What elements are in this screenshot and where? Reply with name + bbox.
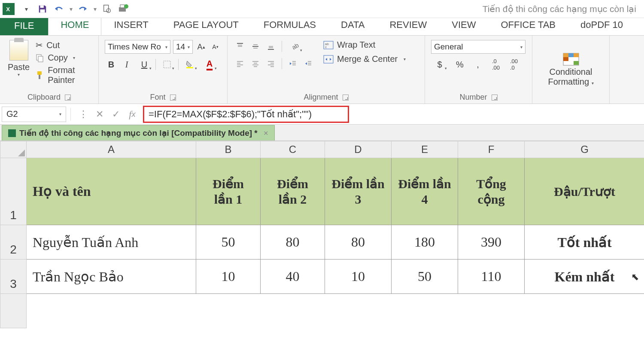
align-left-icon[interactable] [234,57,246,70]
merge-center-button[interactable]: Merge & Center▾ [323,54,406,64]
italic-button[interactable]: I [120,58,133,71]
cell[interactable]: Tốt nhất [525,225,644,260]
cell[interactable]: Nguyễn Tuấn Anh [27,225,196,260]
align-middle-icon[interactable] [249,40,262,53]
col-header-g[interactable]: G [525,141,644,158]
font-dialog-launcher[interactable] [170,95,176,101]
orientation-icon[interactable]: ab [286,40,304,53]
conditional-formatting-icon [562,52,580,67]
accounting-format-icon[interactable]: $ [431,58,448,71]
increase-indent-icon[interactable] [302,57,315,70]
tab-page-layout[interactable]: PAGE LAYOUT [161,15,251,35]
document-tab[interactable]: Tiến độ thi công các hạng mục còn lại [C… [2,125,275,140]
cell[interactable]: 180 [392,225,458,260]
row-header-3[interactable]: 3 [0,260,27,294]
save-icon[interactable] [35,2,50,16]
font-size-combo[interactable]: 14▾ [173,40,193,54]
tab-data[interactable]: DATA [328,15,377,35]
col-header-a[interactable]: A [27,141,196,158]
header-cell[interactable]: Điểm lần 4 [392,158,458,225]
borders-button[interactable] [158,58,176,71]
alignment-dialog-launcher[interactable] [343,95,349,101]
bold-button[interactable]: B [105,58,118,71]
cell[interactable]: 50 [196,225,261,260]
tab-view[interactable]: VIEW [439,15,488,35]
cell[interactable]: Trần Ngọc Bảo [27,260,196,294]
align-top-icon[interactable] [234,40,246,53]
comma-format-icon[interactable]: , [471,58,484,71]
cut-button[interactable]: ✂Cut [36,40,94,50]
copy-button[interactable]: Copy▾ [36,53,94,63]
formula-menu-icon[interactable]: ⋮ [75,107,91,122]
merge-icon [323,55,334,64]
row-header-2[interactable]: 2 [0,225,27,260]
fill-color-button[interactable] [181,58,198,71]
number-format-value: General [434,42,463,52]
col-header-b[interactable]: B [196,141,261,158]
header-cell[interactable]: Điểm lần 1 [196,158,261,225]
tab-file[interactable]: FILE [0,16,48,35]
print-preview-icon[interactable] [100,2,114,16]
cell[interactable]: Kém nhất [525,260,644,294]
quick-print-icon[interactable] [116,2,131,16]
number-dialog-launcher[interactable] [492,95,498,101]
number-format-combo[interactable]: General▾ [431,40,526,54]
wrap-text-button[interactable]: abcWrap Text [323,40,406,50]
percent-format-icon[interactable]: % [453,58,466,71]
row-header-4[interactable] [0,294,27,328]
formula-input[interactable]: =IF(F2=MAX($F$2:$F$6);"Tốt nhất";"") [143,106,349,123]
header-cell[interactable]: Điểm lần 2 [261,158,325,225]
cell[interactable]: 110 [458,260,525,294]
increase-font-icon[interactable]: A▴ [195,40,207,53]
align-center-icon[interactable] [249,57,262,70]
decrease-decimal-icon[interactable]: .00.0 [507,58,520,71]
cell[interactable]: 10 [196,260,261,294]
font-name-combo[interactable]: Times New Ro▾ [105,40,170,54]
row-header-1[interactable]: 1 [0,158,27,225]
align-bottom-icon[interactable] [264,40,277,53]
tab-dopdf[interactable]: doPDF 10 [568,15,635,35]
cell[interactable]: 40 [261,260,325,294]
cell[interactable]: 50 [392,260,458,294]
col-header-d[interactable]: D [325,141,392,158]
format-painter-button[interactable]: Format Painter [36,65,94,85]
clipboard-dialog-launcher[interactable] [65,95,71,101]
cell[interactable]: 80 [261,225,325,260]
paste-button[interactable]: Paste ▾ [4,38,33,91]
col-header-c[interactable]: C [261,141,325,158]
tab-office-tab[interactable]: OFFICE TAB [488,15,568,35]
name-box[interactable]: G2▾ [2,107,66,122]
tab-formulas[interactable]: FORMULAS [251,15,328,35]
tab-insert[interactable]: INSERT [101,15,161,35]
conditional-formatting-button[interactable]: Conditional Formatting ▾ [537,38,605,100]
insert-function-icon[interactable]: fx [124,107,140,122]
header-cell[interactable]: Đậu/Trượt [525,158,644,225]
cancel-icon[interactable]: ✕ [91,107,108,122]
increase-decimal-icon[interactable]: .0.00 [489,58,502,71]
align-right-icon[interactable] [264,57,277,70]
redo-dropdown[interactable]: ▾ [92,2,98,16]
svg-rect-4 [104,5,109,11]
cell[interactable]: 80 [325,225,392,260]
select-all-corner[interactable] [0,141,27,158]
svg-rect-51 [563,57,568,61]
undo-dropdown[interactable]: ▾ [68,2,74,16]
qat-dropdown[interactable]: ▾ [19,2,33,16]
col-header-e[interactable]: E [392,141,458,158]
cell[interactable]: 10 [325,260,392,294]
cell[interactable]: 390 [458,225,525,260]
undo-icon[interactable] [52,2,66,16]
col-header-f[interactable]: F [458,141,525,158]
underline-button[interactable]: U [136,58,153,71]
tab-review[interactable]: REVIEW [377,15,439,35]
font-color-button[interactable]: A [201,58,218,71]
header-cell[interactable]: Điểm lần 3 [325,158,392,225]
redo-icon[interactable] [76,2,90,16]
decrease-font-icon[interactable]: A▾ [210,40,221,53]
enter-icon[interactable]: ✓ [108,107,124,122]
header-cell[interactable]: Tổng cộng [458,158,525,225]
close-tab-icon[interactable]: × [264,128,268,138]
tab-home[interactable]: HOME [48,15,101,35]
header-cell[interactable]: Họ và tên [27,158,196,225]
decrease-indent-icon[interactable] [286,57,299,70]
